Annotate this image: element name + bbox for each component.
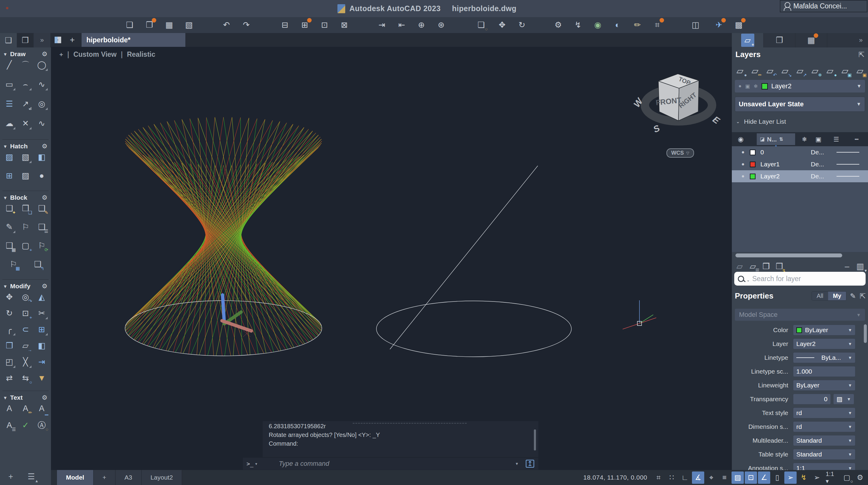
- spell-check-icon[interactable]: ✓: [19, 419, 32, 432]
- command-input-row[interactable]: >_ ▾ Type a command ▾ ↥: [243, 458, 538, 470]
- collapse-icon[interactable]: –: [840, 260, 854, 273]
- plot-preview-icon[interactable]: ❏◌: [474, 18, 488, 31]
- units-icon[interactable]: ⌗: [651, 18, 664, 31]
- isolate-toggle-icon[interactable]: ▯: [771, 472, 783, 484]
- drawing-area[interactable]: WSETOPFRONTRIGHT + hiperboloide* + | Cus…: [51, 33, 732, 470]
- minimize-window-button[interactable]: [14, 5, 20, 11]
- gear-icon[interactable]: ⚙: [42, 194, 48, 201]
- hatch-angle-icon[interactable]: ▨: [19, 169, 32, 182]
- transparency-toggle-icon[interactable]: ▨: [732, 472, 744, 484]
- property-value-dropdown[interactable]: ByLa...▼: [793, 352, 856, 363]
- lock-column-icon[interactable]: ▣: [815, 136, 822, 143]
- rectangle-icon[interactable]: ▭: [3, 78, 16, 91]
- save-icon[interactable]: ▦: [162, 18, 176, 31]
- annotation-scale-icon[interactable]: 1:1 ▾: [824, 472, 840, 484]
- import-icon[interactable]: ⇥: [375, 18, 389, 31]
- redo-icon[interactable]: ↷: [240, 18, 253, 31]
- rotate-icon[interactable]: ↻: [3, 307, 16, 320]
- linetype-column-icon[interactable]: ┅: [855, 136, 859, 143]
- box-3d-icon[interactable]: ❒: [3, 339, 16, 352]
- print-icon[interactable]: ⊟: [278, 18, 291, 31]
- solid-fill-icon[interactable]: ●: [35, 169, 48, 182]
- property-value-dropdown[interactable]: Layer2▼: [793, 338, 856, 349]
- align-icon[interactable]: ⇄: [3, 371, 16, 385]
- layer-tools-icon[interactable]: ▱✏: [748, 64, 762, 78]
- change-space-icon[interactable]: ⇆○: [19, 371, 32, 385]
- edit-attribute-icon[interactable]: ✎: [3, 221, 16, 234]
- layer-row-Layer1[interactable]: ●Layer1De...: [732, 158, 868, 170]
- layer-unisolate-icon[interactable]: ▱↗: [793, 64, 807, 78]
- layout-tab-model[interactable]: Model: [57, 470, 94, 485]
- move-3d-icon[interactable]: ◧: [35, 339, 48, 352]
- search-options-caret[interactable]: ⌄: [747, 278, 750, 282]
- find-text-icon[interactable]: Ⓐ◌: [35, 419, 48, 432]
- ortho-mode-icon[interactable]: ∟: [679, 472, 691, 484]
- gear-icon[interactable]: ⚙: [42, 51, 48, 58]
- auto-annotate-icon[interactable]: ➢: [811, 472, 823, 484]
- grid-display-icon[interactable]: ⌗: [652, 472, 665, 484]
- panel-header-modify[interactable]: ▼Modify⚙: [0, 280, 51, 290]
- command-scrollbar[interactable]: [534, 429, 536, 451]
- replace-block-icon[interactable]: ❑↰: [31, 258, 44, 271]
- save-to-web-icon[interactable]: ⊛: [435, 18, 448, 31]
- properties-filter-toggle[interactable]: All My: [812, 291, 846, 301]
- layer-row-Layer2[interactable]: ●Layer2De...: [732, 170, 868, 182]
- columns-icon[interactable]: ▥▾: [854, 260, 867, 273]
- auto-hide-icon[interactable]: ⇱: [860, 292, 866, 300]
- trim-icon[interactable]: ✂: [35, 307, 48, 320]
- polyline-icon[interactable]: ∿: [35, 78, 48, 91]
- angle-snap-icon[interactable]: ∠: [758, 472, 770, 484]
- purge-icon[interactable]: ▼: [35, 371, 48, 385]
- offset-icon[interactable]: ⊂: [19, 323, 32, 336]
- layer-previous-icon[interactable]: ▱↶: [763, 64, 777, 78]
- plot-style-edit-icon[interactable]: ⊠: [338, 18, 351, 31]
- add-palette-icon[interactable]: +: [4, 470, 18, 483]
- property-value-dropdown[interactable]: 1:1▼: [793, 463, 856, 470]
- text-style-icon[interactable]: A✏: [19, 402, 32, 415]
- layer-search-box[interactable]: ⌄ Search for layer: [734, 272, 866, 286]
- visual-style-control[interactable]: Realistic: [127, 51, 155, 59]
- folder-lightning-icon[interactable]: ❒↯: [773, 260, 786, 273]
- properties-context-dropdown[interactable]: Model Space ▼: [735, 309, 865, 321]
- new-file-icon[interactable]: ❏: [123, 18, 136, 31]
- gear-icon[interactable]: ⚙: [42, 394, 48, 401]
- layer-settings-icon[interactable]: ▱☰: [746, 260, 760, 273]
- layer-unlock-icon[interactable]: ▱▣: [853, 64, 867, 78]
- break-icon[interactable]: ╳: [19, 355, 32, 369]
- command-input[interactable]: Type a command: [279, 460, 516, 467]
- drawing-utilities-icon[interactable]: ⚙: [552, 18, 565, 31]
- layer-lock-icon[interactable]: ▱▣: [838, 64, 852, 78]
- freeze-column-icon[interactable]: ❄: [802, 136, 807, 143]
- sync-attributes-icon[interactable]: ⚐⟳: [35, 239, 48, 252]
- layer-merge-icon[interactable]: ▱: [733, 260, 746, 273]
- auto-hide-icon[interactable]: ⇱: [859, 51, 864, 59]
- panel-overflow-button[interactable]: »: [854, 33, 868, 48]
- circle-icon[interactable]: ◯: [35, 58, 48, 72]
- panel-header-block[interactable]: ▼Block⚙: [0, 191, 51, 202]
- panel-header-draw[interactable]: ▼Draw⚙: [0, 48, 51, 58]
- text-underline-icon[interactable]: A▁: [35, 402, 48, 415]
- insert-base-point-icon[interactable]: ▢+: [19, 239, 32, 252]
- attribute-display-icon[interactable]: ❑☰: [35, 221, 48, 234]
- multiline-icon[interactable]: ☰: [3, 97, 16, 111]
- command-dropdown-caret[interactable]: ▾: [516, 461, 518, 466]
- revision-cloud-icon[interactable]: ☁: [3, 117, 16, 130]
- layer-status-icon[interactable]: ●: [741, 161, 744, 167]
- extrude-face-icon[interactable]: ▱→: [19, 339, 32, 352]
- properties-scrollbar[interactable]: [864, 324, 867, 343]
- command-window[interactable]: 6.283185307195862rRotate arrayed objects…: [243, 421, 538, 470]
- open-folder-icon[interactable]: ❒: [760, 260, 773, 273]
- share-icon[interactable]: ✈: [712, 18, 725, 31]
- layout-tab-+[interactable]: +: [94, 470, 116, 485]
- undo-icon[interactable]: ↶: [220, 18, 233, 31]
- layer-freeze-icon[interactable]: ▱❄: [808, 64, 822, 78]
- layer-row-0[interactable]: ●0De...: [732, 146, 868, 158]
- command-drag-grip[interactable]: [353, 423, 467, 424]
- current-layer-dropdown[interactable]: ● ▣ ❄ Layer2 ▼: [735, 80, 865, 92]
- scale-icon[interactable]: ◰: [3, 355, 16, 369]
- lineweight-column-icon[interactable]: ☰: [834, 136, 839, 143]
- layer-status-icon[interactable]: ●: [741, 173, 744, 179]
- layer-table-hscrollbar[interactable]: [736, 253, 842, 257]
- quick-properties-icon[interactable]: ↯: [571, 18, 585, 31]
- move-icon[interactable]: ✥: [3, 290, 16, 304]
